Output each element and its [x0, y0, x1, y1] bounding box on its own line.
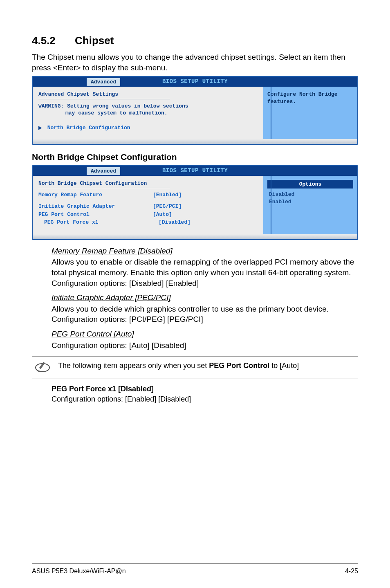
subsection-heading: North Bridge Chipset Configuration	[32, 151, 358, 163]
item-body-peg-control: Configuration options: [Auto] [Disabled]	[52, 340, 358, 351]
bios-row-init-graphic[interactable]: Initiate Graphic Adapter [PEG/PCI]	[38, 203, 258, 210]
bios-warning-line2: may cause system to malfunction.	[38, 110, 168, 116]
bios-row-label: PEG Port Control	[38, 211, 153, 218]
item-body-memory-remap: Allows you to enable or disable the rema…	[52, 257, 358, 288]
pencil-icon	[34, 361, 51, 375]
bios-subheading: North Bridge Chipset Configuration	[38, 180, 258, 187]
note-text-bold: PEG Port Control	[209, 361, 269, 370]
bios-row-peg-force-x1[interactable]: PEG Port Force x1 [Disabled]	[38, 219, 258, 226]
bios-row-value: [PEG/PCI]	[153, 203, 182, 210]
note-box: The following item appears only when you…	[32, 356, 358, 379]
section-number: 4.5.2	[32, 34, 56, 48]
bios-row-label: Initiate Graphic Adapter	[38, 203, 153, 210]
item-body-init-graphic: Allows you to decide which graphics cont…	[52, 304, 358, 325]
page-footer: ASUS P5E3 Deluxe/WiFi-AP@n 4-25	[32, 563, 358, 576]
bios-warning-line1: WARMING: Setting wrong values in below s…	[38, 103, 188, 109]
options-header: Options	[267, 180, 353, 189]
bios-panel-north-bridge: BIOS SETUP UTILITY Advanced North Bridge…	[32, 165, 358, 240]
submenu-arrow-icon	[38, 126, 42, 130]
item-title-init-graphic: Initiate Graphic Adapter [PEG/PCI]	[52, 292, 358, 303]
option-disabled[interactable]: Disabled	[269, 191, 353, 198]
bios-side-help: Configure North Bridge features.	[267, 91, 353, 105]
bios-tab-advanced[interactable]: Advanced	[87, 78, 120, 86]
bios-row-peg-control[interactable]: PEG Port Control [Auto]	[38, 211, 258, 218]
section-title: Chipset	[75, 34, 114, 47]
item-title-memory-remap: Memory Remap Feature [Disabled]	[52, 246, 358, 256]
footer-right: 4-25	[345, 567, 358, 576]
bios-tab-advanced[interactable]: Advanced	[87, 167, 120, 175]
intro-paragraph: The Chipset menu allows you to change th…	[32, 52, 358, 73]
bios-title: BIOS SETUP UTILITY	[162, 78, 228, 85]
bios-row-memory-remap[interactable]: Memory Remap Feature [Enabled]	[38, 191, 258, 199]
box-note-body: Configuration options: [Enabled] [Disabl…	[52, 394, 358, 404]
svg-rect-1	[39, 362, 45, 369]
bios-panel-advanced-chipset: BIOS SETUP UTILITY Advanced Advanced Chi…	[32, 76, 358, 144]
bios-row-value: [Disabled]	[159, 219, 191, 226]
bios-row-label: PEG Port Force x1	[38, 219, 159, 226]
footer-left: ASUS P5E3 Deluxe/WiFi-AP@n	[32, 567, 126, 576]
box-note-title: PEG Port Force x1 [Disabled]	[52, 384, 358, 394]
bios-subheading: Advanced Chipset Settings	[38, 91, 258, 98]
item-title-peg-control: PEG Port Control [Auto]	[52, 329, 358, 339]
bios-row-value: [Auto]	[153, 211, 172, 218]
section-heading: 4.5.2 Chipset	[32, 34, 358, 48]
submenu-north-bridge[interactable]: North Bridge Configuration	[47, 125, 130, 131]
note-text-prefix: The following item appears only when you…	[58, 361, 209, 370]
bios-row-value: [Enabled]	[153, 191, 182, 199]
bios-title: BIOS SETUP UTILITY	[162, 167, 228, 175]
bios-row-label: Memory Remap Feature	[38, 191, 153, 199]
note-text-suffix: to [Auto]	[269, 361, 299, 370]
option-enabled[interactable]: Enabled	[269, 198, 353, 206]
